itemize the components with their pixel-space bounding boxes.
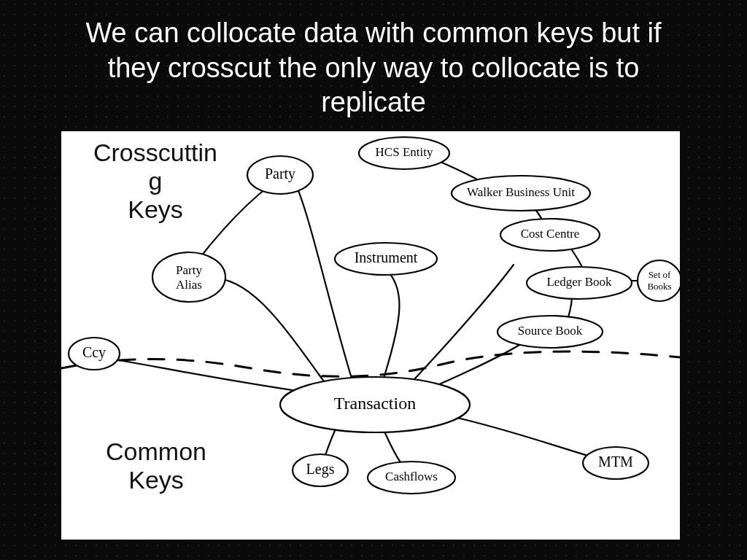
node-instrument: Instrument — [335, 243, 437, 275]
node-hcs-entity: HCS Entity — [359, 137, 449, 169]
title-line-3: replicate — [22, 85, 725, 120]
slide-title: We can collocate data with common keys b… — [0, 16, 747, 120]
node-ledger-book: Ledger Book — [527, 267, 632, 299]
svg-text:Books: Books — [647, 281, 671, 292]
node-party: Party — [247, 156, 313, 194]
node-cashflows: Cashflows — [368, 462, 455, 494]
svg-text:Source Book: Source Book — [518, 324, 583, 338]
node-mtm: MTM — [583, 447, 649, 479]
svg-text:MTM: MTM — [598, 454, 633, 470]
node-legs: Legs — [293, 454, 348, 486]
svg-text:Party: Party — [176, 263, 202, 277]
node-cost-centre: Cost Centre — [500, 219, 600, 251]
node-set-of-books: Set of Books — [638, 260, 680, 301]
title-line-2: they crosscut the only way to collocate … — [22, 51, 725, 86]
dashed-divider — [61, 351, 680, 376]
node-transaction: Transaction — [280, 377, 470, 432]
node-party-alias: Party Alias — [152, 252, 225, 302]
title-line-1: We can collocate data with common keys b… — [22, 16, 725, 51]
svg-text:Party: Party — [265, 166, 295, 182]
svg-text:Instrument: Instrument — [355, 249, 418, 265]
diagram-svg: .dash{stroke:#000;stroke-width:3;fill:no… — [61, 131, 680, 540]
svg-text:Cashflows: Cashflows — [385, 470, 438, 483]
node-source-book: Source Book — [498, 316, 603, 348]
svg-text:Alias: Alias — [176, 278, 202, 292]
node-walker-bu: Walker Business Unit — [452, 176, 590, 211]
svg-text:Cost Centre: Cost Centre — [521, 227, 580, 241]
diagram-canvas: Crosscuttin g Keys Common Keys .dash{str… — [61, 131, 680, 540]
svg-text:Transaction: Transaction — [334, 394, 416, 413]
svg-text:Ledger Book: Ledger Book — [546, 275, 612, 289]
svg-text:HCS Entity: HCS Entity — [376, 145, 433, 159]
svg-text:Legs: Legs — [306, 461, 335, 478]
svg-text:Set of: Set of — [649, 269, 671, 280]
node-ccy: Ccy — [69, 338, 120, 370]
svg-text:Walker Business Unit: Walker Business Unit — [467, 185, 575, 199]
svg-text:Ccy: Ccy — [82, 344, 106, 361]
